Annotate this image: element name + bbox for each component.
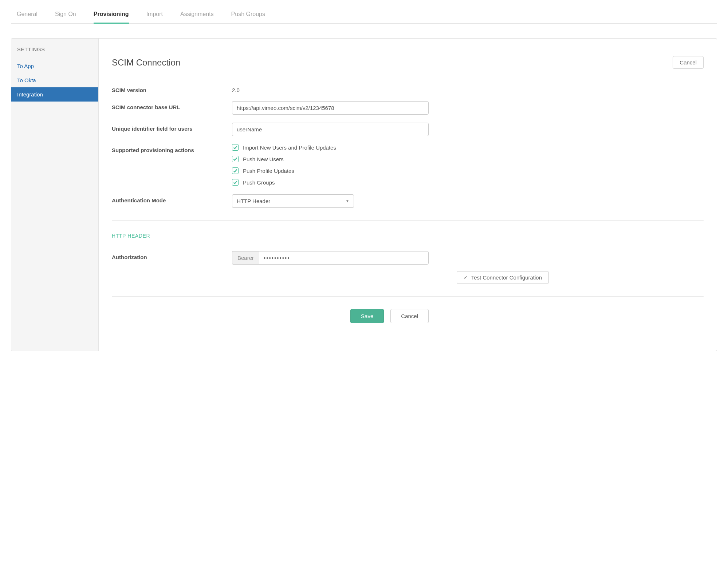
sidebar-item-to-app[interactable]: To App [11, 59, 98, 73]
uid-input[interactable] [232, 123, 429, 136]
base-url-input[interactable] [232, 101, 429, 115]
tab-sign-on[interactable]: Sign On [55, 7, 76, 24]
sidebar-item-integration[interactable]: Integration [11, 87, 98, 102]
checkmark-icon [232, 156, 239, 162]
tab-general[interactable]: General [17, 7, 38, 24]
checkmark-icon [232, 144, 239, 151]
auth-mode-label: Authentication Mode [112, 194, 232, 203]
sidebar-title: SETTINGS [11, 47, 98, 59]
authorization-label: Authorization [112, 251, 232, 260]
settings-content: SCIM Connection Cancel SCIM version 2.0 … [99, 39, 717, 351]
tab-assignments[interactable]: Assignments [180, 7, 214, 24]
settings-panel: SETTINGS To App To Okta Integration SCIM… [11, 38, 717, 351]
cancel-button-bottom[interactable]: Cancel [390, 309, 429, 323]
checkbox-label: Push Profile Updates [243, 168, 294, 174]
checkbox-push-groups[interactable]: Push Groups [232, 179, 704, 186]
cancel-button-top[interactable]: Cancel [673, 56, 704, 69]
sidebar-item-to-okta[interactable]: To Okta [11, 73, 98, 87]
tab-provisioning[interactable]: Provisioning [94, 7, 129, 24]
checkmark-icon [232, 179, 239, 186]
tab-import[interactable]: Import [146, 7, 163, 24]
checkbox-push-new-users[interactable]: Push New Users [232, 156, 704, 162]
check-icon: ✓ [464, 275, 468, 280]
checkbox-import-users[interactable]: Import New Users and Profile Updates [232, 144, 704, 151]
auth-mode-select[interactable]: HTTP Header ▼ [232, 194, 354, 208]
auth-mode-value: HTTP Header [237, 198, 270, 204]
checkbox-label: Push New Users [243, 156, 284, 162]
settings-sidebar: SETTINGS To App To Okta Integration [11, 39, 99, 351]
http-header-section-title: HTTP HEADER [112, 233, 704, 239]
test-connector-label: Test Connector Configuration [471, 274, 542, 281]
checkbox-push-profile[interactable]: Push Profile Updates [232, 167, 704, 174]
test-connector-button[interactable]: ✓ Test Connector Configuration [457, 271, 549, 284]
base-url-label: SCIM connector base URL [112, 101, 232, 110]
bearer-prefix: Bearer [232, 251, 259, 265]
uid-label: Unique identifier field for users [112, 123, 232, 132]
bearer-token-input[interactable] [259, 251, 429, 265]
chevron-down-icon: ▼ [346, 199, 349, 203]
divider [112, 296, 704, 297]
scim-version-value: 2.0 [232, 84, 704, 93]
scim-version-label: SCIM version [112, 84, 232, 93]
actions-label: Supported provisioning actions [112, 144, 232, 153]
divider [112, 220, 704, 221]
tab-bar: General Sign On Provisioning Import Assi… [11, 7, 717, 24]
checkbox-label: Import New Users and Profile Updates [243, 144, 336, 151]
checkmark-icon [232, 167, 239, 174]
tab-push-groups[interactable]: Push Groups [231, 7, 265, 24]
page-title: SCIM Connection [112, 58, 180, 68]
checkbox-label: Push Groups [243, 179, 275, 186]
save-button[interactable]: Save [350, 309, 384, 323]
